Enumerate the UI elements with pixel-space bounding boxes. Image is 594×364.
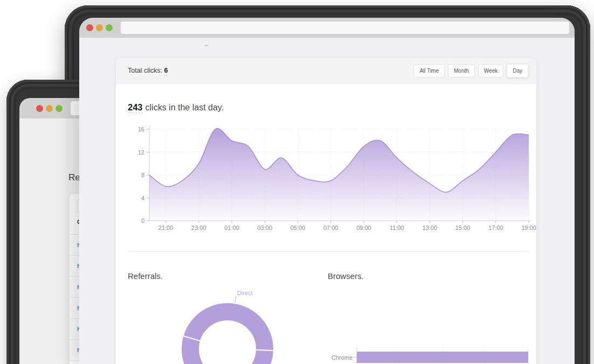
total-clicks: Total clicks: 6 [128, 67, 168, 74]
svg-text:19:00: 19:00 [521, 225, 536, 231]
month-button[interactable]: Month [448, 64, 475, 78]
front-url-bar[interactable] [121, 22, 569, 34]
clicks-headline: 243clicks in the last day. [128, 102, 224, 113]
svg-text:07:00: 07:00 [323, 225, 339, 231]
svg-text:23:00: 23:00 [191, 225, 206, 231]
svg-text:01:00: 01:00 [224, 225, 239, 231]
referrals-title: Referrals. [128, 271, 163, 281]
maximize-traffic-light-icon[interactable] [56, 105, 63, 112]
svg-text:Chrome: Chrome [331, 354, 353, 361]
svg-text:12: 12 [138, 149, 144, 156]
svg-text:13:00: 13:00 [423, 225, 438, 231]
svg-text:17:00: 17:00 [488, 225, 503, 231]
svg-text:05:00: 05:00 [291, 225, 306, 231]
minimize-traffic-light-icon[interactable] [46, 105, 53, 112]
card-header: Total clicks: 6 All Time Month Week Day [116, 58, 536, 83]
maximize-traffic-light-icon[interactable] [106, 24, 113, 31]
svg-text:0: 0 [141, 218, 144, 224]
day-button[interactable]: Day [507, 64, 528, 78]
week-button[interactable]: Week [478, 64, 503, 78]
browsers-title: Browsers. [328, 271, 364, 281]
clicks-count: 243 [128, 102, 143, 113]
svg-text:21:00: 21:00 [158, 225, 174, 231]
svg-text:11:00: 11:00 [390, 225, 404, 231]
browsers-bar-chart: ChromeFirefoxSafariEdgeOther [323, 342, 538, 364]
clicks-area-chart: 21:0023:0001:0003:0005:0007:0009:0011:00… [129, 121, 536, 237]
section-divider [128, 251, 529, 251]
referrals-donut-chart: Direct [172, 286, 286, 364]
svg-text:8: 8 [141, 172, 144, 178]
all-time-button[interactable]: All Time [413, 64, 445, 78]
svg-text:03:00: 03:00 [257, 225, 272, 231]
svg-text:4: 4 [141, 195, 144, 201]
clicks-headline-text: clicks in the last day. [146, 103, 224, 112]
svg-text:09:00: 09:00 [356, 225, 371, 231]
total-clicks-value: 6 [164, 67, 168, 75]
total-clicks-label: Total clicks: [128, 67, 162, 74]
svg-text:16: 16 [138, 126, 144, 132]
close-traffic-light-icon[interactable] [86, 24, 93, 31]
svg-text:Direct: Direct [237, 290, 253, 296]
tiny-blue-mark [204, 45, 209, 46]
svg-text:15:00: 15:00 [455, 225, 471, 231]
minimize-traffic-light-icon[interactable] [96, 24, 103, 31]
analytics-card: Total clicks: 6 All Time Month Week Day … [116, 58, 536, 364]
front-titlebar [79, 18, 575, 38]
close-traffic-light-icon[interactable] [36, 105, 43, 112]
time-range-buttons: All Time Month Week Day [413, 64, 528, 78]
